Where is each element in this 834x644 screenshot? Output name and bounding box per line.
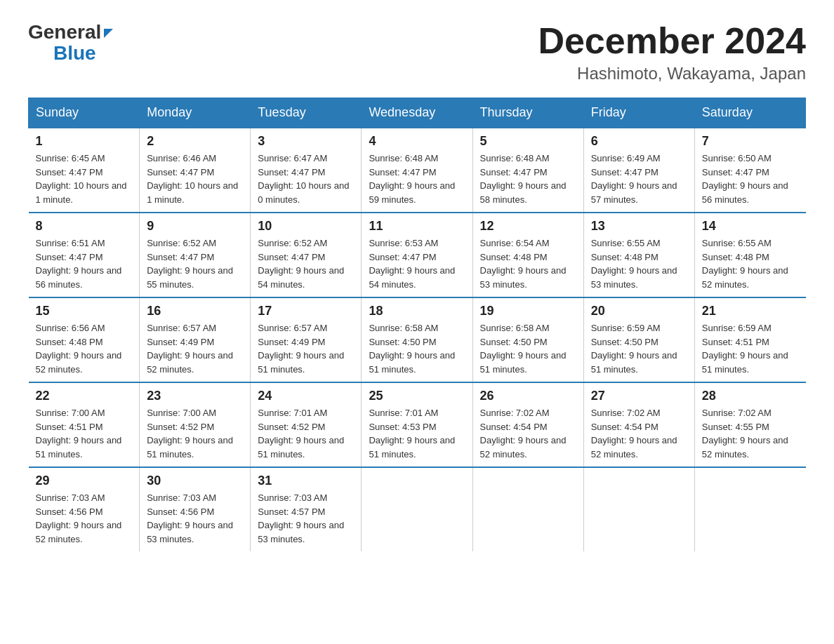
calendar-cell: 11 Sunrise: 6:53 AMSunset: 4:47 PMDaylig… bbox=[362, 213, 472, 297]
day-number: 24 bbox=[258, 389, 354, 403]
calendar-week-row: 29 Sunrise: 7:03 AMSunset: 4:56 PMDaylig… bbox=[29, 467, 806, 551]
day-number: 9 bbox=[147, 219, 243, 234]
calendar-cell: 19 Sunrise: 6:58 AMSunset: 4:50 PMDaylig… bbox=[472, 297, 583, 382]
calendar-cell: 22 Sunrise: 7:00 AMSunset: 4:51 PMDaylig… bbox=[29, 382, 140, 467]
day-info: Sunrise: 6:56 AMSunset: 4:48 PMDaylight:… bbox=[36, 321, 133, 376]
calendar-week-row: 1 Sunrise: 6:45 AMSunset: 4:47 PMDayligh… bbox=[29, 128, 806, 213]
day-number: 31 bbox=[258, 474, 354, 488]
calendar-cell: 26 Sunrise: 7:02 AMSunset: 4:54 PMDaylig… bbox=[472, 382, 583, 467]
day-info: Sunrise: 7:02 AMSunset: 4:55 PMDaylight:… bbox=[702, 406, 799, 461]
day-number: 15 bbox=[36, 304, 133, 318]
day-number: 14 bbox=[702, 219, 799, 234]
calendar-week-row: 15 Sunrise: 6:56 AMSunset: 4:48 PMDaylig… bbox=[29, 297, 806, 382]
day-number: 20 bbox=[591, 304, 687, 318]
calendar-cell: 16 Sunrise: 6:57 AMSunset: 4:49 PMDaylig… bbox=[140, 297, 251, 382]
calendar-cell: 30 Sunrise: 7:03 AMSunset: 4:56 PMDaylig… bbox=[140, 467, 251, 551]
day-info: Sunrise: 6:48 AMSunset: 4:47 PMDaylight:… bbox=[480, 152, 576, 206]
calendar-cell: 9 Sunrise: 6:52 AMSunset: 4:47 PMDayligh… bbox=[140, 213, 251, 297]
calendar-cell: 4 Sunrise: 6:48 AMSunset: 4:47 PMDayligh… bbox=[362, 128, 472, 213]
logo-general: General bbox=[28, 21, 101, 43]
day-number: 27 bbox=[591, 389, 687, 403]
day-number: 12 bbox=[480, 219, 576, 234]
calendar-cell: 27 Sunrise: 7:02 AMSunset: 4:54 PMDaylig… bbox=[583, 382, 694, 467]
day-info: Sunrise: 7:02 AMSunset: 4:54 PMDaylight:… bbox=[480, 406, 576, 461]
logo: General Blue bbox=[28, 21, 113, 65]
calendar-cell bbox=[694, 467, 805, 551]
header-monday: Monday bbox=[140, 98, 251, 128]
title-section: December 2024 Hashimoto, Wakayama, Japan bbox=[538, 21, 806, 83]
day-info: Sunrise: 6:59 AMSunset: 4:51 PMDaylight:… bbox=[702, 321, 799, 376]
day-number: 25 bbox=[369, 389, 465, 403]
day-info: Sunrise: 6:55 AMSunset: 4:48 PMDaylight:… bbox=[591, 236, 687, 291]
calendar-cell: 29 Sunrise: 7:03 AMSunset: 4:56 PMDaylig… bbox=[29, 467, 140, 551]
day-info: Sunrise: 6:58 AMSunset: 4:50 PMDaylight:… bbox=[480, 321, 576, 376]
calendar-week-row: 8 Sunrise: 6:51 AMSunset: 4:47 PMDayligh… bbox=[29, 213, 806, 297]
day-number: 8 bbox=[36, 219, 133, 234]
calendar-cell: 20 Sunrise: 6:59 AMSunset: 4:50 PMDaylig… bbox=[583, 297, 694, 382]
day-info: Sunrise: 6:55 AMSunset: 4:48 PMDaylight:… bbox=[702, 236, 799, 291]
day-info: Sunrise: 6:50 AMSunset: 4:47 PMDaylight:… bbox=[702, 152, 799, 206]
calendar-cell: 14 Sunrise: 6:55 AMSunset: 4:48 PMDaylig… bbox=[694, 213, 805, 297]
calendar-week-row: 22 Sunrise: 7:00 AMSunset: 4:51 PMDaylig… bbox=[29, 382, 806, 467]
header-friday: Friday bbox=[583, 98, 694, 128]
calendar-cell: 12 Sunrise: 6:54 AMSunset: 4:48 PMDaylig… bbox=[472, 213, 583, 297]
day-info: Sunrise: 6:57 AMSunset: 4:49 PMDaylight:… bbox=[147, 321, 243, 376]
day-info: Sunrise: 6:52 AMSunset: 4:47 PMDaylight:… bbox=[147, 236, 243, 291]
header-saturday: Saturday bbox=[694, 98, 805, 128]
day-info: Sunrise: 7:00 AMSunset: 4:51 PMDaylight:… bbox=[36, 406, 133, 461]
day-info: Sunrise: 7:01 AMSunset: 4:53 PMDaylight:… bbox=[369, 406, 465, 461]
day-info: Sunrise: 7:03 AMSunset: 4:57 PMDaylight:… bbox=[258, 491, 354, 546]
calendar-cell: 17 Sunrise: 6:57 AMSunset: 4:49 PMDaylig… bbox=[251, 297, 362, 382]
day-number: 30 bbox=[147, 474, 243, 488]
page-header: General Blue December 2024 Hashimoto, Wa… bbox=[28, 21, 806, 83]
location-title: Hashimoto, Wakayama, Japan bbox=[538, 64, 806, 83]
calendar-cell: 8 Sunrise: 6:51 AMSunset: 4:47 PMDayligh… bbox=[29, 213, 140, 297]
calendar-cell: 13 Sunrise: 6:55 AMSunset: 4:48 PMDaylig… bbox=[583, 213, 694, 297]
calendar-header-row: SundayMondayTuesdayWednesdayThursdayFrid… bbox=[29, 98, 806, 128]
calendar-cell: 6 Sunrise: 6:49 AMSunset: 4:47 PMDayligh… bbox=[583, 128, 694, 213]
calendar-cell: 1 Sunrise: 6:45 AMSunset: 4:47 PMDayligh… bbox=[29, 128, 140, 213]
header-sunday: Sunday bbox=[29, 98, 140, 128]
day-number: 26 bbox=[480, 389, 576, 403]
day-number: 5 bbox=[480, 134, 576, 149]
calendar-cell: 10 Sunrise: 6:52 AMSunset: 4:47 PMDaylig… bbox=[251, 213, 362, 297]
day-info: Sunrise: 7:03 AMSunset: 4:56 PMDaylight:… bbox=[147, 491, 243, 546]
day-info: Sunrise: 7:03 AMSunset: 4:56 PMDaylight:… bbox=[36, 491, 133, 546]
header-thursday: Thursday bbox=[472, 98, 583, 128]
day-info: Sunrise: 6:47 AMSunset: 4:47 PMDaylight:… bbox=[258, 152, 354, 206]
day-number: 7 bbox=[702, 134, 799, 149]
calendar-cell: 18 Sunrise: 6:58 AMSunset: 4:50 PMDaylig… bbox=[362, 297, 472, 382]
day-info: Sunrise: 6:51 AMSunset: 4:47 PMDaylight:… bbox=[36, 236, 133, 291]
day-number: 18 bbox=[369, 304, 465, 318]
calendar-cell: 15 Sunrise: 6:56 AMSunset: 4:48 PMDaylig… bbox=[29, 297, 140, 382]
day-number: 3 bbox=[258, 134, 354, 149]
calendar-cell bbox=[583, 467, 694, 551]
calendar-cell: 7 Sunrise: 6:50 AMSunset: 4:47 PMDayligh… bbox=[694, 128, 805, 213]
day-number: 4 bbox=[369, 134, 465, 149]
calendar-cell: 23 Sunrise: 7:00 AMSunset: 4:52 PMDaylig… bbox=[140, 382, 251, 467]
day-info: Sunrise: 6:46 AMSunset: 4:47 PMDaylight:… bbox=[147, 152, 243, 206]
calendar-cell bbox=[472, 467, 583, 551]
day-number: 2 bbox=[147, 134, 243, 149]
calendar-cell: 5 Sunrise: 6:48 AMSunset: 4:47 PMDayligh… bbox=[472, 128, 583, 213]
day-info: Sunrise: 6:45 AMSunset: 4:47 PMDaylight:… bbox=[36, 152, 133, 206]
day-number: 22 bbox=[36, 389, 133, 403]
calendar-cell: 2 Sunrise: 6:46 AMSunset: 4:47 PMDayligh… bbox=[140, 128, 251, 213]
day-info: Sunrise: 7:01 AMSunset: 4:52 PMDaylight:… bbox=[258, 406, 354, 461]
day-info: Sunrise: 6:54 AMSunset: 4:48 PMDaylight:… bbox=[480, 236, 576, 291]
day-info: Sunrise: 6:52 AMSunset: 4:47 PMDaylight:… bbox=[258, 236, 354, 291]
day-number: 17 bbox=[258, 304, 354, 318]
day-number: 23 bbox=[147, 389, 243, 403]
day-number: 13 bbox=[591, 219, 687, 234]
logo-blue: Blue bbox=[53, 42, 96, 65]
header-tuesday: Tuesday bbox=[251, 98, 362, 128]
calendar-cell: 31 Sunrise: 7:03 AMSunset: 4:57 PMDaylig… bbox=[251, 467, 362, 551]
calendar-cell: 24 Sunrise: 7:01 AMSunset: 4:52 PMDaylig… bbox=[251, 382, 362, 467]
calendar-cell: 25 Sunrise: 7:01 AMSunset: 4:53 PMDaylig… bbox=[362, 382, 472, 467]
day-number: 6 bbox=[591, 134, 687, 149]
day-number: 1 bbox=[36, 134, 133, 149]
calendar-table: SundayMondayTuesdayWednesdayThursdayFrid… bbox=[28, 98, 806, 551]
header-wednesday: Wednesday bbox=[362, 98, 472, 128]
day-number: 11 bbox=[369, 219, 465, 234]
month-title: December 2024 bbox=[538, 21, 806, 61]
